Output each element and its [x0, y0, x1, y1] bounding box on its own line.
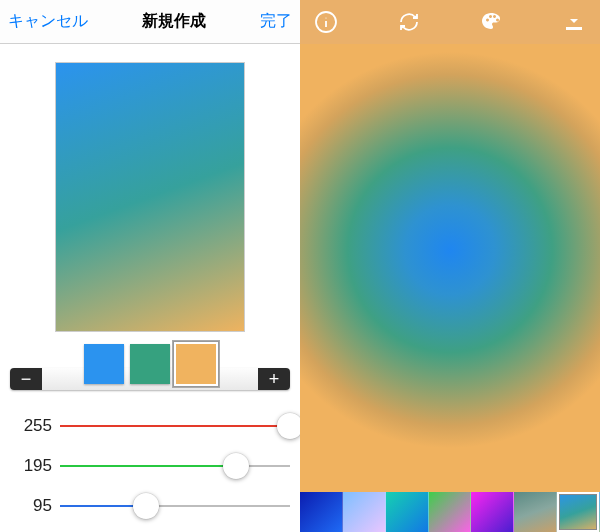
- palette-icon[interactable]: [479, 10, 503, 34]
- gradient-thumb-0[interactable]: [300, 492, 343, 532]
- gradient-thumb-1[interactable]: [343, 492, 386, 532]
- remove-swatch-button[interactable]: −: [10, 368, 42, 390]
- green-value: 195: [10, 456, 60, 476]
- info-icon[interactable]: [314, 10, 338, 34]
- svg-point-1: [325, 17, 326, 18]
- red-slider[interactable]: [60, 411, 290, 441]
- gradient-thumbnails: [300, 492, 600, 532]
- editor-panel: キャンセル 新規作成 完了 − + 25519595: [0, 0, 300, 532]
- rgb-sliders: 25519595: [10, 406, 290, 526]
- blue-slider-row: 95: [10, 486, 290, 526]
- blue-slider[interactable]: [60, 491, 290, 521]
- add-swatch-button[interactable]: +: [258, 368, 290, 390]
- gradient-thumb-5[interactable]: [514, 492, 557, 532]
- done-button[interactable]: 完了: [260, 11, 292, 32]
- top-toolbar: [300, 0, 600, 44]
- gradient-thumb-2[interactable]: [386, 492, 429, 532]
- red-value: 255: [10, 416, 60, 436]
- swatch-tray: − +: [10, 346, 290, 396]
- color-swatch-1[interactable]: [130, 344, 170, 384]
- plus-icon: +: [269, 370, 280, 388]
- preview-panel: [300, 0, 600, 532]
- navbar: キャンセル 新規作成 完了: [0, 0, 300, 44]
- red-slider-row: 255: [10, 406, 290, 446]
- page-title: 新規作成: [142, 11, 206, 32]
- color-swatch-0[interactable]: [84, 344, 124, 384]
- gradient-thumb-6[interactable]: [557, 492, 600, 532]
- download-icon[interactable]: [562, 10, 586, 34]
- minus-icon: −: [21, 370, 32, 388]
- blue-value: 95: [10, 496, 60, 516]
- gradient-thumb-3[interactable]: [429, 492, 472, 532]
- gradient-preview: [55, 62, 245, 332]
- wallpaper-preview: [300, 0, 600, 532]
- green-slider-row: 195: [10, 446, 290, 486]
- green-slider[interactable]: [60, 451, 290, 481]
- gradient-thumb-4[interactable]: [471, 492, 514, 532]
- swatch-row: [84, 344, 216, 384]
- color-swatch-2[interactable]: [176, 344, 216, 384]
- refresh-icon[interactable]: [397, 10, 421, 34]
- cancel-button[interactable]: キャンセル: [8, 11, 88, 32]
